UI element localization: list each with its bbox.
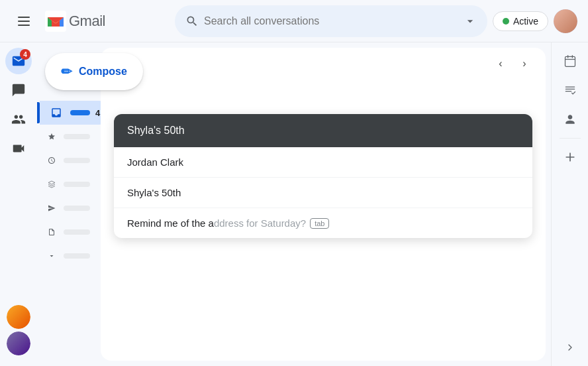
nav-item-starred[interactable] [37, 125, 101, 149]
hamburger-line [18, 25, 30, 26]
tab-key-indicator: tab [310, 218, 329, 229]
hamburger-menu-button[interactable] [11, 8, 37, 34]
header-right: Active [493, 9, 577, 33]
right-panel [551, 42, 588, 366]
header: Gmail Active [0, 0, 588, 42]
contact-avatar-1-image [7, 305, 30, 329]
autocomplete-item-0[interactable]: Jordan Clark [114, 147, 532, 178]
user-avatar[interactable] [554, 9, 577, 33]
header-left: Gmail [11, 8, 170, 34]
chat-icon [11, 83, 26, 97]
more-bar [64, 253, 90, 259]
search-bar[interactable] [175, 5, 487, 37]
autocomplete-suggestion-row[interactable]: Remind me of the address for Saturday? t… [114, 208, 532, 238]
compose-button[interactable]: ✏ Compose [45, 53, 143, 90]
autocomplete-header-item[interactable]: Shyla's 50th [114, 114, 532, 147]
starred-bar [64, 134, 90, 139]
right-panel-divider [560, 138, 581, 139]
suggestion-ghost-text: ddress for Saturday? [214, 217, 306, 229]
svg-rect-1 [565, 56, 575, 66]
important-bar [64, 182, 90, 187]
sidebar-item-chat[interactable] [5, 77, 32, 103]
autocomplete-item-1[interactable]: Shyla's 50th [114, 178, 532, 208]
sidebar-item-mail[interactable]: 4 [5, 48, 32, 74]
logo-area: Gmail [45, 11, 105, 32]
hamburger-line [18, 21, 30, 22]
autocomplete-item-text: Shyla's 50th [127, 187, 181, 198]
nav-item-snoozed[interactable] [37, 149, 101, 172]
active-dot-indicator [503, 18, 509, 25]
autocomplete-item-text: Jordan Clark [127, 156, 183, 168]
nav-items-list: 4 [37, 101, 101, 268]
nav-inbox-row: 4 [37, 101, 101, 125]
drafts-icon [48, 226, 56, 238]
inbox-nav-icon [50, 107, 62, 119]
next-page-button[interactable]: › [514, 53, 535, 74]
contact-avatar-2[interactable] [7, 332, 30, 355]
icon-sidebar: 4 [0, 42, 37, 366]
suggestion-typed-text: Remind me of the a [127, 217, 214, 229]
sidebar-item-spaces[interactable] [5, 106, 32, 133]
autocomplete-dropdown: Shyla's 50th Jordan Clark Shyla's 50th R… [114, 114, 532, 238]
tasks-icon [564, 84, 577, 97]
meet-icon [11, 141, 26, 156]
prev-page-button[interactable]: ‹ [490, 53, 511, 74]
compose-label: Compose [79, 66, 127, 78]
nav-item-drafts[interactable] [37, 220, 101, 244]
autocomplete-header-text: Shyla's 50th [127, 125, 185, 136]
nav-item-more[interactable] [37, 244, 101, 268]
compose-pencil-icon: ✏ [61, 64, 72, 80]
chevron-down-icon [48, 250, 56, 262]
sent-icon [48, 202, 56, 214]
active-label: Active [513, 16, 538, 27]
important-icon [48, 178, 56, 190]
star-icon [48, 131, 56, 143]
search-input[interactable] [204, 15, 458, 27]
expand-icon [565, 342, 575, 353]
add-icon [564, 151, 577, 164]
right-panel-expand-button[interactable] [557, 334, 583, 361]
spaces-icon [11, 112, 26, 127]
drafts-bar [64, 229, 90, 235]
main-layout: 4 ✏ [0, 42, 588, 366]
nav-item-sent[interactable] [37, 196, 101, 220]
active-status-badge[interactable]: Active [493, 11, 548, 31]
right-panel-contacts-icon[interactable] [557, 106, 583, 133]
content-area: ‹ › Shyla's 50th Jordan Clark Shyla's 50… [101, 48, 546, 361]
sent-bar [64, 206, 90, 211]
gmail-text-label: Gmail [69, 13, 105, 30]
sidebar-item-meet[interactable] [5, 135, 32, 162]
calendar-icon [564, 54, 577, 68]
search-icon [185, 15, 199, 28]
snoozed-bar [64, 158, 90, 163]
nav-item-important[interactable] [37, 172, 101, 196]
hamburger-line [18, 17, 30, 18]
search-dropdown-icon[interactable] [464, 15, 477, 28]
contact-avatar-2-image [7, 332, 30, 355]
left-nav: ✏ Compose 4 [37, 42, 101, 366]
content-nav: ‹ › [101, 48, 546, 80]
avatar-image [554, 9, 577, 33]
inbox-bar [70, 110, 90, 115]
right-panel-tasks-icon[interactable] [557, 77, 583, 103]
gmail-logo-icon [45, 11, 66, 32]
inbox-badge: 4 [20, 49, 30, 60]
inbox-count: 4 [95, 108, 100, 118]
right-panel-add-icon[interactable] [557, 144, 583, 170]
contact-avatar-1[interactable] [7, 305, 30, 329]
right-panel-calendar-icon[interactable] [557, 48, 583, 74]
snooze-icon [48, 154, 56, 166]
sidebar-bottom-avatars [7, 305, 30, 361]
contacts-icon [564, 113, 577, 126]
